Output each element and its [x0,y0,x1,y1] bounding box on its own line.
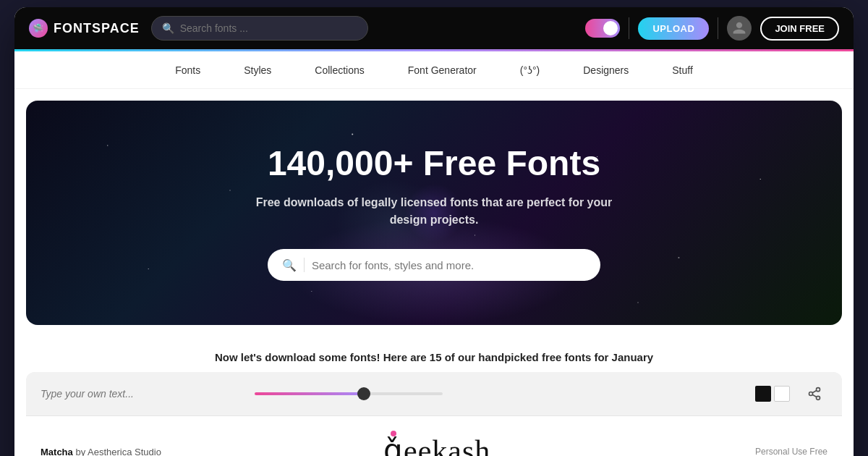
svg-point-6 [391,431,396,436]
search-icon: 🔍 [162,22,174,34]
nav-item-designers[interactable]: Designers [583,64,629,76]
search-divider [304,258,305,272]
font-name: Matcha [41,447,73,457]
svg-point-0 [817,388,820,392]
slider-track[interactable] [255,392,443,395]
slider-thumb[interactable] [357,387,370,400]
color-swatch-light[interactable] [774,386,790,402]
font-preview-text: ǧeekash. [185,426,741,456]
nav-divider-2 [718,17,718,39]
search-input[interactable] [180,22,357,34]
nav-item-collections[interactable]: Collections [315,64,364,76]
browser-frame: 🛸 FONTSPACE 🔍 UPLOAD JOIN FREE Fon [14,7,854,456]
theme-toggle[interactable] [585,19,620,38]
promo-text: Now let's download some fonts! Here are … [14,337,854,372]
color-swatch-dark[interactable] [755,386,771,402]
hero-search-input[interactable] [312,259,586,271]
font-sample: ǧeekash. [383,444,542,456]
share-button[interactable] [801,381,827,407]
svg-line-4 [812,390,817,392]
svg-line-3 [812,394,817,397]
upload-button[interactable]: UPLOAD [638,17,709,40]
hero-title: 140,000+ Free Fonts [246,145,622,183]
font-preview-svg: ǧeekash. [383,426,542,456]
logo[interactable]: 🛸 FONTSPACE [29,19,140,38]
svg-point-2 [817,396,820,400]
nav-divider [629,17,629,39]
font-item: Matcha by Aestherica Studio ǧeekash. Per… [26,415,842,456]
font-preview-input[interactable] [41,388,243,400]
nav-item-emoticon[interactable]: (°ʖ°) [520,64,540,76]
font-meta: Matcha by Aestherica Studio [41,447,185,457]
svg-point-1 [809,392,813,396]
font-preview-section: Matcha by Aestherica Studio ǧeekash. Per… [26,372,842,456]
hero-search[interactable]: 🔍 [268,249,600,281]
secondary-nav: Fonts Styles Collections Font Generator … [14,51,854,89]
nav-right: UPLOAD JOIN FREE [585,16,839,41]
font-controls [26,372,842,415]
header-search[interactable]: 🔍 [151,16,368,41]
brand-name: FONTSPACE [54,21,140,36]
logo-icon: 🛸 [29,19,48,38]
toggle-knob [603,21,618,35]
color-pickers [755,386,790,402]
nav-item-stuff[interactable]: Stuff [672,64,693,76]
nav-item-fonts[interactable]: Fonts [175,64,200,76]
nav-item-font-generator[interactable]: Font Generator [408,64,477,76]
svg-text:ǧeekash.: ǧeekash. [383,434,499,456]
font-designer: Aestherica Studio [88,447,161,457]
nav-item-styles[interactable]: Styles [244,64,271,76]
hero-subtitle: Free downloads of legally licensed fonts… [246,194,622,229]
hero-content: 140,000+ Free Fonts Free downloads of le… [217,145,651,282]
user-avatar[interactable] [727,16,752,41]
hero-search-icon: 🔍 [282,258,297,272]
font-license: Personal Use Free [741,447,827,456]
join-button[interactable]: JOIN FREE [760,17,839,41]
top-nav: 🛸 FONTSPACE 🔍 UPLOAD JOIN FREE [14,7,854,49]
hero-section: 140,000+ Free Fonts Free downloads of le… [26,101,842,325]
font-by: by [75,447,88,457]
font-size-slider [255,392,744,395]
